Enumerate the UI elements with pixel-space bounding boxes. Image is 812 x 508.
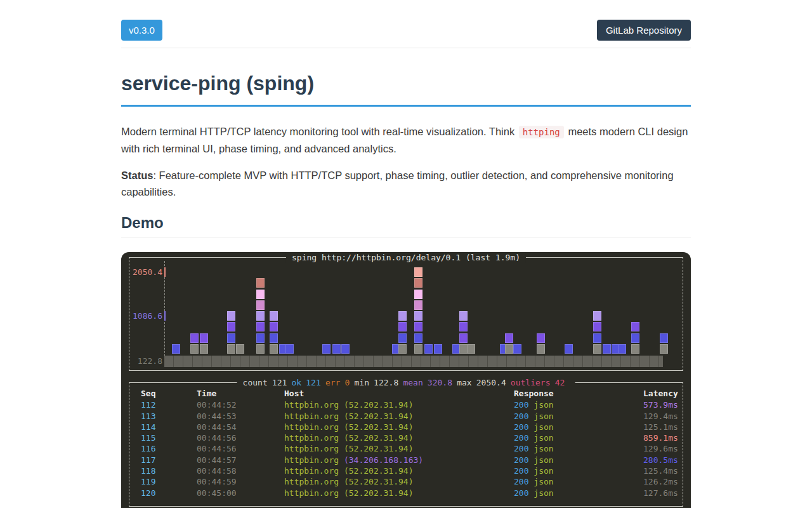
status-code: 200 [514, 444, 534, 453]
status-code: 200 [514, 488, 534, 498]
latency-bar-cell [414, 278, 422, 288]
latency-bar-cell [593, 322, 601, 331]
latency-bar-cell [227, 322, 235, 331]
response-format: json [534, 444, 553, 453]
response-cell: 200 json [514, 422, 643, 432]
inline-code-httping: httping [519, 126, 564, 138]
status-code: 200 [514, 422, 534, 432]
stat-segment: 121 [272, 378, 287, 387]
latency-bar-cell [414, 290, 422, 299]
seq-cell: 118 [141, 465, 197, 476]
latency-bar-cell [593, 311, 601, 321]
latency-bar-cell [414, 311, 422, 321]
seq-cell: 112 [141, 399, 197, 410]
response-format: json [534, 411, 553, 421]
latency-bar-cell [190, 333, 199, 343]
latency-cell: 125.4ms [643, 465, 678, 476]
gitlab-repository-button[interactable]: GitLab Repository [597, 20, 691, 41]
status-code: 200 [514, 466, 534, 476]
latency-bar-cell [256, 300, 265, 310]
page-title: service-ping (sping) [121, 73, 691, 107]
seq-cell: 116 [141, 443, 197, 454]
host-cell: httpbin.org (52.202.31.94) [284, 488, 514, 498]
host-ip: (52.202.31.94) [344, 444, 414, 453]
latency-bar-cell [593, 344, 601, 354]
latency-bar-cell [256, 333, 265, 343]
results-table-panel: count121ok121err0min122.8mean320.8max205… [129, 382, 683, 507]
host-ip: (52.202.31.94) [344, 411, 414, 421]
column-header-seq: Seq [141, 388, 197, 399]
status-label: Status [121, 170, 153, 181]
response-cell: 200 json [514, 399, 643, 410]
host-cell: httpbin.org (34.206.168.163) [284, 455, 514, 465]
column-header-response: Response [514, 388, 643, 399]
version-badge[interactable]: v0.3.0 [121, 20, 162, 41]
latency-bar-cell [505, 333, 513, 343]
readme-page: v0.3.0 GitLab Repository service-ping (s… [121, 0, 691, 508]
y-axis-tick [164, 267, 166, 277]
latency-bar-cell [459, 333, 468, 343]
table-row: 11900:44:59httpbin.org (52.202.31.94)200… [129, 476, 683, 487]
status-code: 200 [514, 455, 534, 465]
latency-cell: 126.2ms [643, 476, 678, 487]
latency-bar-cell [414, 322, 422, 331]
host-cell: httpbin.org (52.202.31.94) [284, 399, 514, 410]
stat-segment: mean [403, 378, 422, 387]
baseline-bar [164, 356, 663, 367]
response-format: json [534, 433, 553, 443]
latency-cell: 127.6ms [643, 488, 678, 498]
table-row: 12000:45:00httpbin.org (52.202.31.94)200… [129, 488, 683, 498]
table-body: 11200:44:52httpbin.org (52.202.31.94)200… [129, 399, 683, 498]
table-row: 11500:44:56httpbin.org (52.202.31.94)200… [129, 432, 683, 443]
latency-bar-cell [537, 333, 545, 343]
table-row: 11600:44:56httpbin.org (52.202.31.94)200… [129, 443, 683, 454]
table-row: 11400:44:54httpbin.org (52.202.31.94)200… [129, 422, 683, 432]
seq-cell: 114 [141, 422, 197, 432]
stat-segment: 320.8 [428, 378, 452, 387]
time-cell: 00:44:58 [197, 465, 284, 476]
y-axis-tick-label: 122.8 [132, 356, 162, 366]
stat-segment: outliers [511, 378, 551, 387]
y-axis-tick [164, 311, 166, 321]
stat-segment: 42 [555, 378, 565, 387]
time-cell: 00:44:57 [197, 455, 284, 465]
response-format: json [534, 477, 553, 486]
latency-bar-cell [398, 344, 407, 354]
latency-bar-cell [227, 333, 235, 343]
response-cell: 200 json [514, 476, 643, 487]
latency-bar-cell [660, 333, 668, 343]
latency-bar-cell [618, 344, 626, 354]
latency-bar-cell [270, 311, 278, 321]
seq-cell: 117 [141, 455, 197, 465]
seq-cell: 115 [141, 432, 197, 443]
seq-cell: 120 [141, 488, 197, 498]
host-name: httpbin.org [284, 477, 344, 486]
latency-bar-cell [513, 344, 521, 354]
header-bar: v0.3.0 GitLab Repository [121, 20, 691, 41]
latency-bar-cell [200, 333, 208, 343]
latency-bar-cell [190, 344, 199, 354]
column-header-latency: Latency [643, 388, 678, 399]
response-format: json [534, 422, 553, 432]
latency-cell: 129.4ms [643, 411, 678, 422]
status-code: 200 [514, 411, 534, 421]
latency-bar-cell [660, 344, 668, 354]
response-cell: 200 json [514, 465, 643, 476]
stat-segment: count [243, 378, 268, 387]
host-cell: httpbin.org (52.202.31.94) [284, 476, 514, 487]
host-name: httpbin.org [284, 422, 344, 432]
table-row: 11300:44:53httpbin.org (52.202.31.94)200… [129, 411, 683, 422]
latency-bar-cell [414, 344, 422, 354]
latency-cell: 129.6ms [643, 443, 678, 454]
response-format: json [534, 466, 553, 476]
time-cell: 00:44:54 [197, 422, 284, 432]
intro-paragraph: Modern terminal HTTP/TCP latency monitor… [121, 124, 691, 157]
stat-segment: 121 [306, 378, 320, 387]
latency-bar-cell [565, 344, 573, 354]
host-name: httpbin.org [284, 433, 344, 443]
latency-bar-cell [322, 344, 331, 354]
host-ip: (52.202.31.94) [344, 466, 414, 476]
header-divider [121, 48, 691, 48]
latency-bar-cell [434, 344, 442, 354]
time-cell: 00:44:53 [197, 411, 284, 422]
